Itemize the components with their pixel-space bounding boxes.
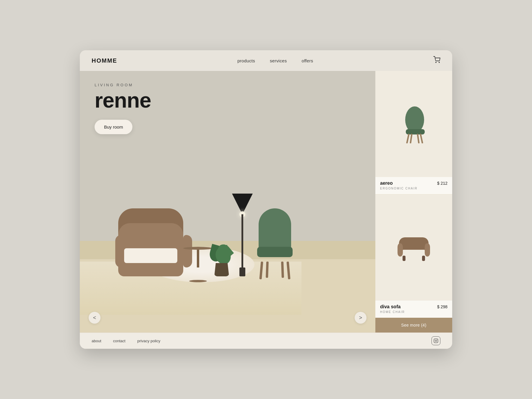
next-arrow[interactable]: > xyxy=(355,312,366,324)
product-name-row-aereo: aereo $ 212 xyxy=(380,181,447,186)
product-type-diva: HOME CHAIR xyxy=(380,310,447,314)
chair-seat xyxy=(257,247,293,257)
svg-rect-3 xyxy=(406,129,425,134)
room-scene xyxy=(95,161,287,315)
product-card-aereo[interactable]: aereo $ 212 ERGONOMIC CHAIR xyxy=(375,71,452,194)
svg-line-4 xyxy=(407,134,409,143)
footer: about contact privacy policy xyxy=(80,332,452,349)
browser-frame: HOMME products services offers LIVING RO… xyxy=(80,50,452,349)
product-price-aereo: $ 212 xyxy=(437,181,447,186)
buy-room-button[interactable]: Buy room xyxy=(95,120,132,134)
product-image-diva xyxy=(375,194,452,301)
footer-link-privacy[interactable]: privacy policy xyxy=(137,339,160,343)
chair-leg-1 xyxy=(259,262,263,279)
footer-link-about[interactable]: about xyxy=(92,339,101,343)
main-content: LIVING ROOM renne Buy room xyxy=(80,71,452,332)
green-dining-chair xyxy=(251,208,299,279)
product-type-aereo: ERGONOMIC CHAIR xyxy=(380,187,447,190)
footer-link-contact[interactable]: contact xyxy=(113,339,126,343)
svg-point-2 xyxy=(405,106,424,133)
product-image-aereo xyxy=(375,71,452,177)
chair-leg-2 xyxy=(286,262,290,279)
table-base xyxy=(189,280,207,282)
product-info-aereo: aereo $ 212 ERGONOMIC CHAIR xyxy=(375,177,452,194)
nav-links: products services offers xyxy=(237,58,313,63)
svg-rect-11 xyxy=(425,243,430,257)
see-more-button[interactable]: See more (4) xyxy=(375,318,452,332)
plant-pot xyxy=(214,263,229,276)
svg-rect-10 xyxy=(398,243,403,257)
brand-logo: HOMME xyxy=(92,57,117,64)
nav-link-services[interactable]: services xyxy=(270,58,287,63)
product-name-row-diva: diva sofa $ 298 xyxy=(380,304,447,309)
svg-point-0 xyxy=(436,62,436,63)
svg-rect-9 xyxy=(401,250,426,256)
hero-subtitle: LIVING ROOM xyxy=(95,83,151,87)
product-info-diva: diva sofa $ 298 HOME CHAIR xyxy=(375,301,452,318)
svg-rect-13 xyxy=(422,256,425,261)
navbar: HOMME products services offers xyxy=(80,50,452,71)
product-card-diva[interactable]: diva sofa $ 298 HOME CHAIR xyxy=(375,194,452,318)
svg-line-7 xyxy=(418,134,419,143)
product-name-diva: diva sofa xyxy=(380,304,400,309)
nav-link-products[interactable]: products xyxy=(237,58,255,63)
instagram-icon[interactable] xyxy=(432,336,440,345)
chair-leg-3 xyxy=(266,262,269,278)
svg-point-1 xyxy=(439,62,439,63)
chair-leg-4 xyxy=(281,262,284,278)
hero-section: LIVING ROOM renne Buy room xyxy=(80,71,375,332)
lamp-pole xyxy=(241,214,243,267)
cart-icon[interactable] xyxy=(433,56,440,65)
svg-line-6 xyxy=(411,134,412,143)
product-price-diva: $ 298 xyxy=(437,304,447,309)
floor-lamp xyxy=(233,194,251,276)
lamp-base xyxy=(239,267,245,276)
svg-rect-14 xyxy=(434,339,438,343)
hero-text: LIVING ROOM renne Buy room xyxy=(95,83,151,134)
sofa xyxy=(118,208,189,276)
plant xyxy=(207,235,236,276)
prev-arrow[interactable]: < xyxy=(89,312,100,324)
svg-rect-12 xyxy=(403,256,406,261)
table-stem xyxy=(197,250,199,267)
svg-line-5 xyxy=(421,134,422,143)
nav-link-offers[interactable]: offers xyxy=(301,58,313,63)
product-panel: aereo $ 212 ERGONOMIC CHAIR xyxy=(375,71,452,332)
product-name-aereo: aereo xyxy=(380,181,393,186)
hero-title: renne xyxy=(95,90,151,111)
sofa-seat xyxy=(124,248,177,263)
